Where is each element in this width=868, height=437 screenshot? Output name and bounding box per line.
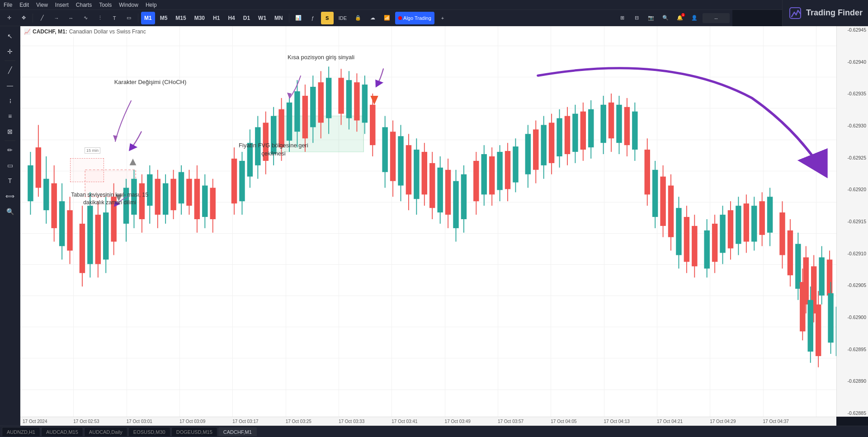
shape-tool[interactable]: ▭ xyxy=(3,158,17,173)
tab-eosusd-m30[interactable]: EOSUSD,M30 xyxy=(128,427,170,436)
tf-logo-icon xyxy=(788,6,802,20)
ray-tool[interactable]: → xyxy=(50,12,63,24)
layout-split-btn[interactable]: ⊟ xyxy=(630,12,643,24)
svg-rect-30 xyxy=(147,174,152,206)
hor-line[interactable]: — xyxy=(3,78,17,93)
account-btn[interactable]: 👤 xyxy=(688,12,701,24)
svg-rect-16 xyxy=(87,206,93,264)
crosshair-tool[interactable]: ✛ xyxy=(3,12,15,24)
tf-h4[interactable]: H4 xyxy=(225,12,238,24)
svg-rect-26 xyxy=(131,179,137,215)
price-label-5: -0.62925 xyxy=(839,155,866,160)
menu-window[interactable]: Window xyxy=(119,2,138,8)
text-tool[interactable]: T xyxy=(108,12,121,24)
chart-area[interactable]: Karakter Değişimi (CHoCH) Kısa pozisyon … xyxy=(20,26,836,417)
shapes-tool[interactable]: ▭ xyxy=(123,12,135,24)
tab-audcad-daily[interactable]: AUDCAD,Daily xyxy=(84,427,127,436)
algo-trading-btn[interactable]: Algo Trading xyxy=(395,12,434,24)
menu-insert[interactable]: Insert xyxy=(55,2,69,8)
svg-rect-60 xyxy=(278,109,284,147)
layout-btn[interactable]: ⊞ xyxy=(616,12,628,24)
chart-type-candle[interactable]: 📊 xyxy=(292,12,305,24)
svg-rect-158 xyxy=(692,226,697,266)
time-label-14: 17 Oct 04:37 xyxy=(763,419,789,424)
tab-audcad-m15[interactable]: AUDCAD,M15 xyxy=(41,427,83,436)
time-label-0: 17 Oct 2024 xyxy=(23,419,47,424)
curve-tool[interactable]: ∿ xyxy=(79,12,92,24)
more-lines[interactable]: ⋮ xyxy=(94,12,106,24)
crosshair-draw[interactable]: ✛ xyxy=(3,44,17,59)
ide-btn[interactable]: IDE xyxy=(335,12,350,24)
svg-rect-166 xyxy=(728,210,733,248)
svg-rect-118 xyxy=(525,134,531,174)
tf-mn[interactable]: MN xyxy=(271,12,286,24)
notification-btn[interactable]: 🔔 1 xyxy=(674,12,686,24)
trend-line[interactable]: ╱ xyxy=(3,63,17,77)
menu-view[interactable]: View xyxy=(36,2,48,8)
svg-rect-48 xyxy=(231,159,237,203)
svg-rect-138 xyxy=(609,103,614,138)
svg-rect-88 xyxy=(398,136,403,185)
chart-header: 📈 CADCHF, M1: Canadian Dollar vs Swiss F… xyxy=(20,26,150,37)
trading-finder-text: Trading Finder xyxy=(806,8,863,18)
svg-rect-12 xyxy=(67,210,72,250)
svg-rect-116 xyxy=(513,146,518,182)
gann-tool[interactable]: ⊠ xyxy=(3,124,17,139)
tf-m5[interactable]: M5 xyxy=(157,12,171,24)
cursor-tool[interactable]: ↖ xyxy=(3,29,17,43)
fib-tool[interactable]: ⫶ xyxy=(3,94,17,108)
tf-w1[interactable]: W1 xyxy=(255,12,269,24)
svg-rect-160 xyxy=(704,230,709,268)
svg-rect-56 xyxy=(263,123,269,161)
svg-rect-108 xyxy=(481,154,487,194)
menu-help[interactable]: Help xyxy=(146,2,157,8)
add-indicator[interactable]: + xyxy=(436,12,449,24)
brush-tool[interactable]: ✏ xyxy=(3,143,17,157)
move-tool[interactable]: ✥ xyxy=(17,12,30,24)
tab-cadchf-m1[interactable]: CADCHF,M1 xyxy=(218,427,257,436)
menu-file[interactable]: File xyxy=(4,2,12,8)
search-btn[interactable]: 🔍 xyxy=(659,12,672,24)
svg-rect-54 xyxy=(255,127,260,165)
menu-tools[interactable]: Tools xyxy=(99,2,112,8)
svg-rect-32 xyxy=(155,179,160,215)
measure-tool[interactable]: ⟺ xyxy=(3,189,17,203)
lock-btn[interactable]: 🔒 xyxy=(352,12,364,24)
text-label[interactable]: T xyxy=(3,174,17,188)
svg-rect-46 xyxy=(210,188,216,220)
zoom-tool[interactable]: 🔍 xyxy=(3,204,17,219)
time-label-9: 17 Oct 03:57 xyxy=(498,419,524,424)
strategy[interactable]: S xyxy=(321,12,334,24)
time-label-10: 17 Oct 04:05 xyxy=(551,419,576,424)
tf-m15[interactable]: M15 xyxy=(172,12,189,24)
tf-m1[interactable]: M1 xyxy=(141,12,155,24)
line-tool[interactable]: ╱ xyxy=(36,12,48,24)
tab-audnzd-h1[interactable]: AUDNZD,H1 xyxy=(2,427,40,436)
svg-rect-170 xyxy=(744,203,749,241)
signal-btn[interactable]: 📶 xyxy=(381,12,393,24)
menu-charts[interactable]: Charts xyxy=(76,2,92,8)
svg-rect-28 xyxy=(139,183,145,219)
svg-rect-168 xyxy=(736,206,741,244)
trading-finder-logo: Trading Finder xyxy=(782,0,868,26)
svg-rect-194 xyxy=(808,300,813,352)
svg-rect-124 xyxy=(549,123,554,163)
channel-tool[interactable]: ≡ xyxy=(3,109,17,123)
indicators[interactable]: ƒ xyxy=(307,12,319,24)
panel-divider xyxy=(5,61,15,61)
snapshot-btn[interactable]: 📷 xyxy=(645,12,657,24)
svg-rect-150 xyxy=(660,177,665,226)
extended-line-tool[interactable]: ↔ xyxy=(65,12,77,24)
tf-h1[interactable]: H1 xyxy=(210,12,223,24)
chart-symbol-icon: 📈 xyxy=(24,28,31,35)
svg-rect-106 xyxy=(473,161,479,201)
cloud-btn[interactable]: ☁ xyxy=(366,12,379,24)
tab-dogeusd-m15[interactable]: DOGEUSD,M15 xyxy=(171,427,217,436)
time-label-5: 17 Oct 03:25 xyxy=(286,419,311,424)
svg-rect-90 xyxy=(406,145,411,194)
menu-edit[interactable]: Edit xyxy=(19,2,29,8)
tf-d1[interactable]: D1 xyxy=(240,12,253,24)
choch-svg-arrow xyxy=(111,101,133,153)
tf-m30[interactable]: M30 xyxy=(191,12,208,24)
chart-description: Canadian Dollar vs Swiss Franc xyxy=(69,28,146,35)
